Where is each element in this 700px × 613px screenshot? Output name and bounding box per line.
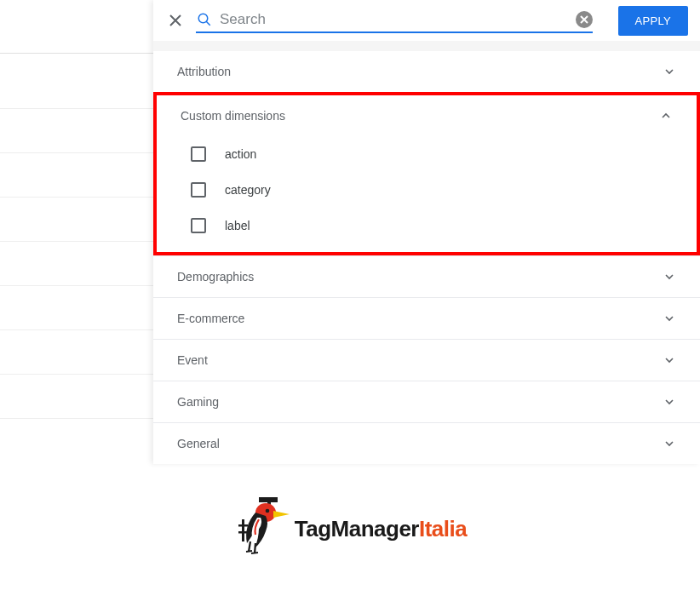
checkbox-item-category[interactable]: category xyxy=(157,172,697,208)
woodpecker-logo-icon xyxy=(233,494,291,564)
chevron-down-icon xyxy=(663,353,676,367)
chevron-down-icon xyxy=(663,270,676,284)
left-rows xyxy=(0,65,153,419)
left-divider xyxy=(0,53,153,54)
left-row xyxy=(0,153,153,198)
sections-list: Attribution Custom dimensions action ca xyxy=(153,51,700,464)
chevron-down-icon xyxy=(663,437,676,450)
chevron-down-icon xyxy=(663,65,676,78)
close-icon[interactable] xyxy=(165,10,186,31)
search-input[interactable] xyxy=(220,11,576,28)
chevron-down-icon xyxy=(663,312,676,325)
left-row xyxy=(0,375,153,419)
section-gaming[interactable]: Gaming xyxy=(153,381,700,422)
checkbox[interactable] xyxy=(191,146,206,162)
checkbox-label: action xyxy=(225,147,256,161)
section-attribution[interactable]: Attribution xyxy=(153,51,700,92)
section-general[interactable]: General xyxy=(153,422,700,464)
content-spacer xyxy=(153,41,700,51)
svg-point-0 xyxy=(198,14,208,23)
svg-rect-8 xyxy=(238,531,248,534)
clear-search-icon[interactable] xyxy=(576,11,593,28)
svg-rect-6 xyxy=(242,519,244,541)
left-row xyxy=(0,65,153,109)
left-row xyxy=(0,109,153,153)
svg-rect-7 xyxy=(238,524,248,527)
section-custom-dimensions-highlighted: Custom dimensions action category label xyxy=(153,92,700,255)
logo-tagmanager: TagManager xyxy=(295,516,419,541)
left-row xyxy=(0,198,153,242)
left-row xyxy=(0,330,153,375)
logo-italia: Italia xyxy=(419,516,467,541)
section-title: Gaming xyxy=(177,395,219,409)
logo-footer: TagManagerItalia xyxy=(0,494,700,564)
checkbox-item-action[interactable]: action xyxy=(157,136,697,172)
section-title: Demographics xyxy=(177,270,254,284)
header-bar: APPLY xyxy=(153,0,700,41)
section-title: E-commerce xyxy=(177,312,244,325)
apply-button[interactable]: APPLY xyxy=(618,6,688,36)
chevron-up-icon xyxy=(659,109,673,123)
section-ecommerce[interactable]: E-commerce xyxy=(153,297,700,339)
chevron-down-icon xyxy=(663,395,676,409)
section-title: Event xyxy=(177,353,208,367)
checkbox-item-label[interactable]: label xyxy=(157,208,697,243)
dimensions-panel: APPLY Attribution Custom dimensions acti… xyxy=(153,0,700,464)
svg-rect-2 xyxy=(259,497,278,502)
checkbox[interactable] xyxy=(191,182,206,198)
left-background-panel xyxy=(0,0,153,477)
section-custom-dimensions[interactable]: Custom dimensions xyxy=(157,95,697,136)
left-row xyxy=(0,242,153,286)
search-container xyxy=(196,8,593,33)
checkbox-label: label xyxy=(225,219,250,232)
section-title: Custom dimensions xyxy=(181,109,285,123)
svg-line-1 xyxy=(206,21,210,26)
left-row xyxy=(0,286,153,330)
logo-text: TagManagerItalia xyxy=(295,516,467,542)
search-icon xyxy=(196,11,213,28)
checkbox[interactable] xyxy=(191,218,206,233)
section-title: Attribution xyxy=(177,65,231,78)
checkbox-label: category xyxy=(225,183,271,197)
section-demographics[interactable]: Demographics xyxy=(153,255,700,297)
svg-point-5 xyxy=(265,509,269,513)
section-title: General xyxy=(177,437,220,450)
section-event[interactable]: Event xyxy=(153,339,700,381)
custom-dimension-items: action category label xyxy=(157,136,697,252)
